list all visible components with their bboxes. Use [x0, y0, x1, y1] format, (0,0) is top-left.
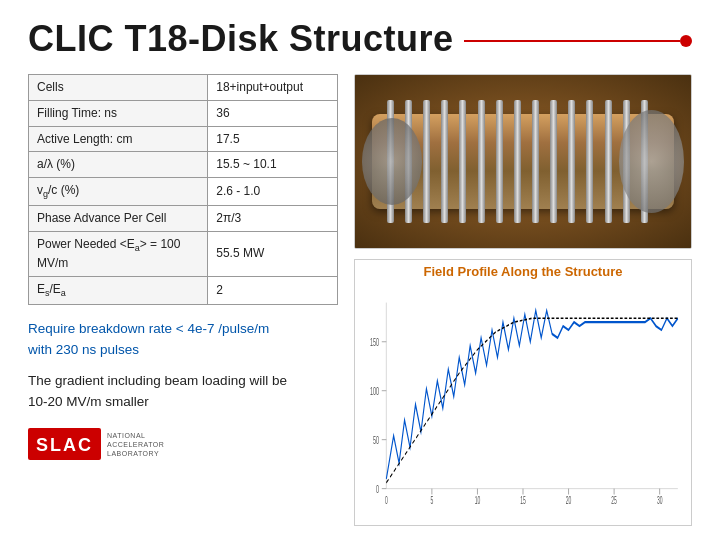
- field-profile-label: Field Profile Along the Structure: [359, 264, 687, 279]
- gradient-text: The gradient including beam loading will…: [28, 371, 338, 413]
- table-cell-label-4: vg/c (%): [29, 178, 208, 206]
- svg-text:50: 50: [373, 433, 379, 446]
- table-cell-label-1: Filling Time: ns: [29, 100, 208, 126]
- disk-6: [478, 100, 485, 224]
- table-cell-value-1: 36: [208, 100, 338, 126]
- svg-text:0: 0: [376, 482, 379, 495]
- slac-logo-text: SLAC: [28, 428, 101, 460]
- svg-text:10: 10: [475, 494, 481, 507]
- right-column: Field Profile Along the Structure 0 50 1: [354, 74, 692, 526]
- table-cell-value-3: 15.5 ~ 10.1: [208, 152, 338, 178]
- disk-13: [605, 100, 612, 224]
- table-row-2: Active Length: cm17.5: [29, 126, 338, 152]
- title-area: CLIC T18-Disk Structure: [28, 18, 692, 60]
- table-cell-label-7: Es/Ea: [29, 276, 208, 304]
- accelerator-photo: [354, 74, 692, 249]
- disk-8: [514, 100, 521, 224]
- disk-4: [441, 100, 448, 224]
- svg-text:100: 100: [370, 384, 379, 397]
- require-breakdown-text: Require breakdown rate < 4e-7 /pulse/mwi…: [28, 319, 338, 361]
- field-profile-chart: 0 50 100 150 0 5 10 15 20 25 30: [359, 283, 687, 518]
- disk-7: [496, 100, 503, 224]
- table-cell-value-2: 17.5: [208, 126, 338, 152]
- table-row-0: Cells18+input+output: [29, 75, 338, 101]
- table-cell-value-4: 2.6 - 1.0: [208, 178, 338, 206]
- table-row-7: Es/Ea2: [29, 276, 338, 304]
- disk-10: [550, 100, 557, 224]
- table-cell-label-5: Phase Advance Per Cell: [29, 206, 208, 232]
- data-table: Cells18+input+outputFilling Time: ns36Ac…: [28, 74, 338, 305]
- table-cell-label-3: a/λ (%): [29, 152, 208, 178]
- svg-text:0: 0: [385, 494, 388, 507]
- title-line: [464, 40, 680, 42]
- left-column: Cells18+input+outputFilling Time: ns36Ac…: [28, 74, 338, 526]
- svg-text:5: 5: [430, 494, 433, 507]
- field-profile-area: Field Profile Along the Structure 0 50 1: [354, 259, 692, 526]
- content-area: Cells18+input+outputFilling Time: ns36Ac…: [28, 74, 692, 526]
- table-cell-label-2: Active Length: cm: [29, 126, 208, 152]
- svg-text:150: 150: [370, 335, 379, 348]
- svg-text:15: 15: [520, 494, 526, 507]
- table-row-3: a/λ (%)15.5 ~ 10.1: [29, 152, 338, 178]
- svg-text:30: 30: [657, 494, 663, 507]
- table-row-4: vg/c (%)2.6 - 1.0: [29, 178, 338, 206]
- page-container: CLIC T18-Disk Structure Cells18+input+ou…: [0, 0, 720, 540]
- page-title: CLIC T18-Disk Structure: [28, 18, 454, 60]
- disk-12: [586, 100, 593, 224]
- table-cell-value-0: 18+input+output: [208, 75, 338, 101]
- table-cell-value-5: 2π/3: [208, 206, 338, 232]
- disk-11: [568, 100, 575, 224]
- slac-logo: SLAC NATIONAL ACCELERATOR LABORATORY: [28, 428, 338, 460]
- table-row-6: Power Needed <Ea> = 100 MV/m55.5 MW: [29, 231, 338, 276]
- svg-text:20: 20: [566, 494, 572, 507]
- end-cap-right: [619, 110, 684, 214]
- slac-subtitle: NATIONAL ACCELERATOR LABORATORY: [107, 431, 187, 458]
- disk-9: [532, 100, 539, 224]
- disk-3: [423, 100, 430, 224]
- table-cell-label-6: Power Needed <Ea> = 100 MV/m: [29, 231, 208, 276]
- table-row-1: Filling Time: ns36: [29, 100, 338, 126]
- table-cell-value-7: 2: [208, 276, 338, 304]
- table-cell-value-6: 55.5 MW: [208, 231, 338, 276]
- table-cell-label-0: Cells: [29, 75, 208, 101]
- end-cap-left: [362, 118, 422, 205]
- accelerator-visual: [355, 75, 691, 248]
- svg-rect-0: [359, 283, 687, 518]
- table-row-5: Phase Advance Per Cell2π/3: [29, 206, 338, 232]
- svg-text:25: 25: [611, 494, 617, 507]
- title-dot: [680, 35, 692, 47]
- disk-5: [459, 100, 466, 224]
